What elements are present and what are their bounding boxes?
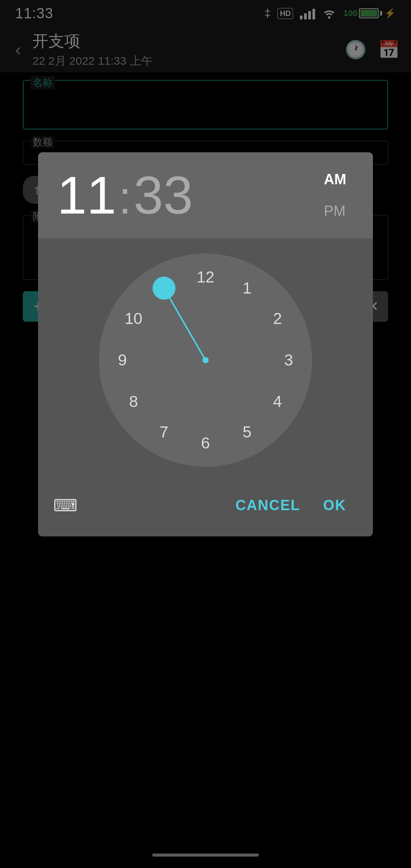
clock-center-dot xyxy=(202,357,209,363)
clock-number-2[interactable]: 2 xyxy=(266,307,289,330)
clock-container: 121234567891011 xyxy=(38,238,373,482)
clock-number-3[interactable]: 3 xyxy=(277,349,300,372)
clock-face[interactable]: 121234567891011 xyxy=(99,254,312,467)
time-colon: : xyxy=(119,175,131,220)
am-option[interactable]: AM xyxy=(316,168,354,191)
time-minutes[interactable]: 33 xyxy=(134,169,193,222)
clock-number-9[interactable]: 9 xyxy=(111,349,134,372)
pm-option[interactable]: PM xyxy=(316,199,354,223)
time-hours[interactable]: 11 xyxy=(57,169,116,222)
clock-number-12[interactable]: 12 xyxy=(194,266,217,289)
dialog-actions: ⌨ CANCEL OK xyxy=(38,482,373,536)
clock-number-4[interactable]: 4 xyxy=(266,390,289,413)
clock-number-7[interactable]: 7 xyxy=(153,421,175,444)
clock-number-11[interactable]: 11 xyxy=(153,277,175,300)
clock-number-5[interactable]: 5 xyxy=(236,421,258,444)
keyboard-icon[interactable]: ⌨ xyxy=(53,496,78,515)
clock-number-8[interactable]: 8 xyxy=(122,390,145,413)
time-picker-dialog: 11 : 33 AM PM 121234567891011 ⌨ CANCEL O… xyxy=(38,152,373,536)
cancel-button[interactable]: CANCEL xyxy=(224,490,312,521)
ampm-selector: AM PM xyxy=(316,168,354,223)
ok-button[interactable]: OK xyxy=(312,490,358,521)
clock-number-6[interactable]: 6 xyxy=(194,432,217,455)
svg-line-2 xyxy=(164,288,206,360)
clock-number-10[interactable]: 10 xyxy=(122,307,145,330)
clock-number-1[interactable]: 1 xyxy=(236,277,258,300)
time-display: 11 : 33 xyxy=(57,169,193,222)
time-header: 11 : 33 AM PM xyxy=(38,152,373,238)
